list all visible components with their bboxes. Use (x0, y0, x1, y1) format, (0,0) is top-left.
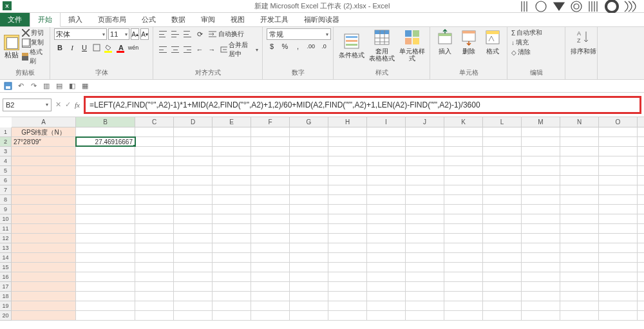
cell[interactable] (251, 263, 290, 272)
cell[interactable] (522, 185, 560, 194)
cell[interactable] (483, 272, 522, 281)
col-header-L[interactable]: L (483, 117, 522, 127)
cell[interactable] (406, 166, 444, 175)
cell[interactable] (251, 195, 290, 204)
cell[interactable] (251, 137, 290, 146)
cell[interactable] (290, 156, 328, 165)
cell[interactable] (444, 292, 483, 301)
cell[interactable] (444, 243, 483, 252)
cell[interactable] (406, 156, 444, 165)
cell[interactable] (406, 272, 444, 281)
cell[interactable] (135, 253, 174, 262)
cell[interactable] (328, 156, 367, 165)
brush-button[interactable]: 格式刷 (22, 48, 46, 66)
cell[interactable] (560, 301, 599, 310)
row-header-7[interactable]: 7 (0, 185, 11, 195)
cell[interactable] (174, 147, 213, 156)
cell[interactable] (251, 127, 290, 136)
cell[interactable] (483, 205, 522, 214)
row-header-15[interactable]: 15 (0, 263, 11, 272)
tab-dev[interactable]: 开发工具 (252, 13, 296, 26)
cell[interactable] (251, 166, 290, 175)
cell-A7[interactable] (12, 185, 76, 194)
cell[interactable] (560, 205, 599, 214)
fill-color-button[interactable] (103, 42, 115, 53)
col-header-H[interactable]: H (328, 117, 367, 127)
cell[interactable] (135, 156, 174, 165)
cell[interactable] (213, 301, 251, 310)
cell-B7[interactable] (76, 185, 135, 194)
cell[interactable] (251, 253, 290, 262)
cell[interactable] (560, 292, 599, 301)
col-header-J[interactable]: J (406, 117, 444, 127)
cell[interactable] (367, 253, 406, 262)
clear-button[interactable]: ◇清除 (511, 48, 561, 57)
merge-center-button[interactable]: 合并后居中▾ (220, 41, 258, 59)
cell[interactable] (290, 292, 328, 301)
cell[interactable] (174, 137, 213, 146)
col-header-M[interactable]: M (522, 117, 560, 127)
cell[interactable] (367, 224, 406, 233)
cell[interactable] (174, 301, 213, 310)
cell[interactable] (406, 253, 444, 262)
cell[interactable] (213, 195, 251, 204)
cell[interactable] (174, 185, 213, 194)
cell[interactable] (213, 185, 251, 194)
cell[interactable] (367, 205, 406, 214)
cell[interactable] (328, 311, 367, 320)
cell[interactable] (290, 253, 328, 262)
cell[interactable] (406, 282, 444, 291)
align-top-button[interactable] (157, 28, 169, 40)
qat-btn6[interactable]: ◧ (67, 81, 77, 91)
cancel-formula-button[interactable]: ✕ (55, 100, 61, 109)
cell[interactable] (135, 311, 174, 320)
col-header-O[interactable]: O (599, 117, 638, 127)
cell[interactable] (560, 311, 599, 320)
italic-button[interactable]: I (66, 42, 78, 53)
phonetic-button[interactable]: wén (128, 42, 139, 53)
cell[interactable] (406, 263, 444, 272)
cell[interactable] (328, 205, 367, 214)
cell[interactable] (522, 282, 560, 291)
col-header-C[interactable]: C (135, 117, 174, 127)
cond-format-button[interactable]: 条件格式 (337, 32, 365, 59)
cell[interactable] (560, 224, 599, 233)
cell[interactable] (560, 176, 599, 185)
cell[interactable] (367, 137, 406, 146)
cell[interactable] (444, 205, 483, 214)
cell[interactable] (444, 214, 483, 223)
cell[interactable] (213, 127, 251, 136)
cell[interactable] (367, 243, 406, 252)
cell[interactable] (290, 243, 328, 252)
cell[interactable] (135, 301, 174, 310)
enter-formula-button[interactable]: ✓ (65, 100, 71, 109)
cell[interactable] (135, 292, 174, 301)
qat-redo-button[interactable]: ↷ (28, 81, 39, 91)
cell-B6[interactable] (76, 176, 135, 185)
cell[interactable] (135, 214, 174, 223)
cell[interactable] (406, 185, 444, 194)
cell[interactable] (135, 127, 174, 136)
cell[interactable] (290, 166, 328, 175)
cell[interactable] (599, 301, 638, 310)
cell[interactable] (406, 137, 444, 146)
cell[interactable] (522, 147, 560, 156)
cell[interactable] (290, 214, 328, 223)
cell[interactable] (328, 176, 367, 185)
cell[interactable] (135, 243, 174, 252)
cell[interactable] (174, 127, 213, 136)
cell[interactable] (135, 195, 174, 204)
col-header-K[interactable]: K (444, 117, 483, 127)
cell[interactable] (444, 185, 483, 194)
cell[interactable] (444, 156, 483, 165)
comma-button[interactable]: , (292, 41, 303, 52)
sort-filter-button[interactable]: AZ排序和筛 (569, 28, 598, 55)
cell-A14[interactable] (12, 253, 76, 262)
cell[interactable] (290, 272, 328, 281)
qat-btn5[interactable]: ▤ (54, 81, 64, 91)
row-header-1[interactable]: 1 (0, 127, 11, 137)
cell[interactable] (560, 272, 599, 281)
cell[interactable] (328, 224, 367, 233)
cell[interactable] (367, 301, 406, 310)
cell[interactable] (560, 282, 599, 291)
